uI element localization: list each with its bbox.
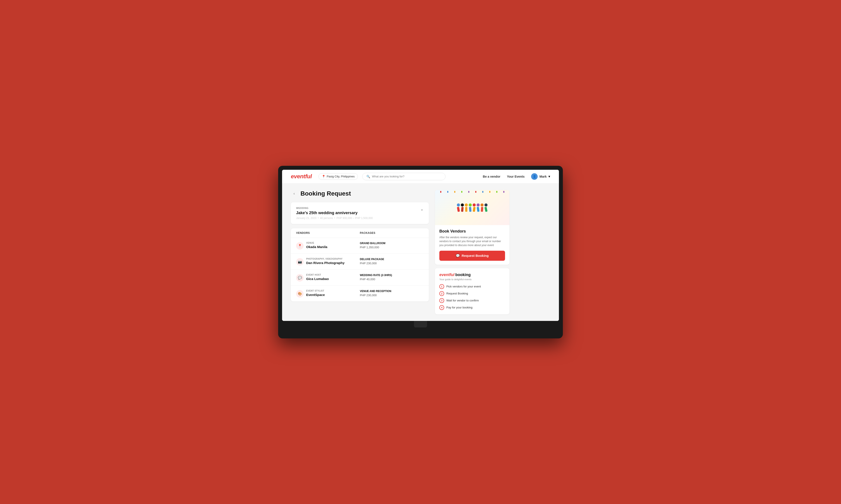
vendor-type: EVENT HOST xyxy=(306,274,329,276)
confetti xyxy=(435,190,510,199)
confetti-piece xyxy=(440,191,441,193)
left-panel: ‹ Booking Request WEDDING Jake's 25th we… xyxy=(291,190,429,314)
package-price: PHP 40,000 xyxy=(360,277,424,281)
package-info: DELUXE PACKAGE PHP 230,000 xyxy=(360,258,424,265)
guide-logo-booking: booking xyxy=(455,273,471,277)
col-packages: PACKAGES xyxy=(360,231,424,234)
step-number-1: 1 xyxy=(439,284,444,289)
event-card: WEDDING Jake's 25th wedding anniversary … xyxy=(291,202,429,224)
figure xyxy=(484,203,487,212)
package-name: GRAND BALLROOM xyxy=(360,242,424,245)
book-vendors-description: After the vendors review your request, e… xyxy=(439,235,505,247)
guide-step-1: 1 Pick vendors for your event xyxy=(439,284,505,289)
chevron-down-icon[interactable]: ⌄ xyxy=(420,207,424,212)
col-vendors: VENDORS xyxy=(296,231,360,234)
confetti-piece xyxy=(454,191,455,193)
guide-logo-eventful: eventful xyxy=(439,273,454,277)
package-name: VENUE AND RECEPTION xyxy=(360,290,424,293)
guide-step-3: 3 Wait for vendor to confirm xyxy=(439,298,505,303)
package-info: WEDDING RATE (2-3HRS) PHP 40,000 xyxy=(360,274,424,281)
vendor-info: 📷 PHOTOGRAPHY, VIDEOGRAPHY Dan Rivera Ph… xyxy=(296,258,360,266)
confetti-piece xyxy=(482,191,483,193)
step-text-2: Request Booking xyxy=(446,292,468,295)
vendor-info: 💬 EVENT HOST Gica Lumabao xyxy=(296,274,360,282)
navbar: eventful 📍 Pasig City, Philippines 🔍 Be … xyxy=(282,170,559,183)
event-persons: 40 persons xyxy=(320,217,333,220)
search-input[interactable] xyxy=(372,175,441,178)
figure xyxy=(477,203,480,212)
user-area[interactable]: 👤 Mark ▾ xyxy=(531,173,550,180)
confetti-piece xyxy=(475,191,476,193)
chat-icon: 💬 xyxy=(456,254,460,258)
location-text: Pasig City, Philippines xyxy=(327,175,355,178)
table-row: 🎨 EVENT STYLIST EventSpace VENUE AND REC… xyxy=(291,286,429,302)
confetti-piece xyxy=(468,191,469,193)
avatar: 👤 xyxy=(531,173,538,180)
table-row: 📍 VENUE Okada Manila GRAND BALLROOM PHP … xyxy=(291,238,429,254)
event-name: Jake's 25th wedding anniversary xyxy=(296,211,373,215)
user-name: Mark xyxy=(539,175,547,178)
vendor-name: Okada Manila xyxy=(306,245,327,249)
table-header: VENDORS PACKAGES xyxy=(291,228,429,238)
chevron-down-icon: ▾ xyxy=(548,174,550,179)
nav-right: Be a vendor Your Events 👤 Mark ▾ xyxy=(483,173,550,180)
book-vendors-card: Book Vendors After the vendors review yo… xyxy=(435,190,510,265)
monitor-stand xyxy=(414,321,427,327)
be-vendor-link[interactable]: Be a vendor xyxy=(483,175,500,178)
figure xyxy=(481,203,484,212)
vendor-name: Dan Rivera Photography xyxy=(306,261,344,265)
guide-step-2: 2 Request Booking xyxy=(439,291,505,296)
book-vendors-body: Book Vendors After the vendors review yo… xyxy=(435,225,510,265)
event-meta: January 21, 2023 • 40 persons • PHP 900,… xyxy=(296,217,373,220)
package-price: PHP 230,000 xyxy=(360,262,424,265)
vendor-type: VENUE xyxy=(306,242,327,244)
right-panel: Book Vendors After the vendors review yo… xyxy=(435,190,510,314)
page-header: ‹ Booking Request xyxy=(291,190,429,197)
back-button[interactable]: ‹ xyxy=(291,190,297,197)
figure xyxy=(469,203,472,212)
vendors-table: VENDORS PACKAGES 📍 VENUE Okada Manila xyxy=(291,228,429,302)
guide-step-4: 4 Pay for your booking xyxy=(439,305,505,310)
figure xyxy=(473,203,476,212)
step-text-4: Pay for your booking xyxy=(446,306,473,309)
package-name: WEDDING RATE (2-3HRS) xyxy=(360,274,424,277)
request-booking-label: Request Booking xyxy=(462,254,488,257)
confetti-piece xyxy=(489,191,491,193)
event-budget: PHP 900,000 – PHP 1,500,000 xyxy=(337,217,373,220)
event-date: January 21, 2023 xyxy=(296,217,316,220)
stylist-icon: 🎨 xyxy=(296,290,304,298)
search-bar[interactable]: 🔍 xyxy=(362,173,445,180)
your-events-link[interactable]: Your Events xyxy=(507,175,525,178)
package-name: DELUXE PACKAGE xyxy=(360,258,424,261)
step-text-1: Pick vendors for your event xyxy=(446,285,481,288)
vendor-info: 📍 VENUE Okada Manila xyxy=(296,242,360,250)
vendor-name: EventSpace xyxy=(306,293,325,296)
book-vendors-title: Book Vendors xyxy=(439,229,505,234)
event-type: WEDDING xyxy=(296,207,373,209)
venue-icon: 📍 xyxy=(296,242,304,250)
separator2: • xyxy=(334,217,335,220)
confetti-piece xyxy=(503,191,504,193)
package-info: VENUE AND RECEPTION PHP 230,000 xyxy=(360,290,424,297)
vendor-name: Gica Lumabao xyxy=(306,277,329,281)
search-icon: 🔍 xyxy=(366,175,370,178)
step-number-3: 3 xyxy=(439,298,444,303)
figure xyxy=(465,203,468,212)
vendor-type: PHOTOGRAPHY, VIDEOGRAPHY xyxy=(306,258,344,260)
step-number-2: 2 xyxy=(439,291,444,296)
celebration-banner xyxy=(435,190,510,225)
photography-icon: 📷 xyxy=(296,258,304,266)
confetti-piece xyxy=(461,191,462,193)
main-content: ‹ Booking Request WEDDING Jake's 25th we… xyxy=(282,183,559,321)
guide-subtitle: Your guide to delightful events xyxy=(439,278,505,281)
package-price: PHP 230,000 xyxy=(360,293,424,297)
guide-steps: 1 Pick vendors for your event 2 Request … xyxy=(439,284,505,310)
page-title: Booking Request xyxy=(301,190,351,197)
guide-logo: eventful booking xyxy=(439,273,505,277)
logo: eventful xyxy=(291,173,312,180)
confetti-piece xyxy=(496,191,497,193)
separator1: • xyxy=(318,217,319,220)
package-info: GRAND BALLROOM PHP 1,350,000 xyxy=(360,242,424,249)
location-pill[interactable]: 📍 Pasig City, Philippines xyxy=(319,173,358,180)
request-booking-button[interactable]: 💬 Request Booking xyxy=(439,251,505,261)
